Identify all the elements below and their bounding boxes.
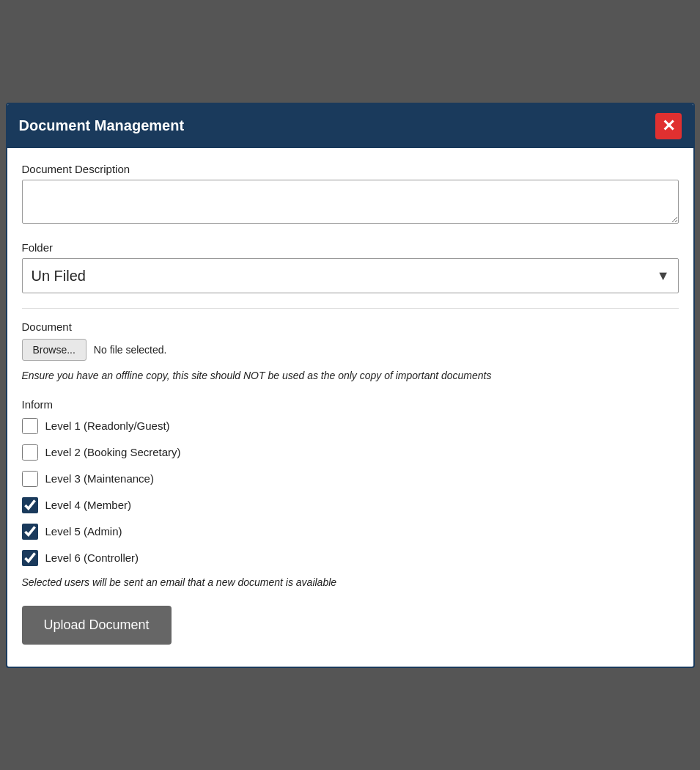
description-field-group: Document Description [22,163,679,227]
checkbox-row-level1: Level 1 (Readonly/Guest) [22,418,679,434]
checkbox-level2[interactable] [22,444,38,461]
checkbox-label-level3: Level 3 (Maintenance) [45,472,154,485]
browse-button[interactable]: Browse... [22,339,86,361]
close-button[interactable]: ✕ [655,113,682,139]
file-input-row: Browse... No file selected. [22,339,679,361]
folder-select[interactable]: Un Filed General Finance Legal HR [22,258,679,293]
upload-document-button[interactable]: Upload Document [22,606,172,645]
no-file-text: No file selected. [94,344,167,356]
checkbox-label-level2: Level 2 (Booking Secretary) [45,446,181,458]
checkbox-level5[interactable] [22,524,38,540]
folder-label: Folder [22,241,679,254]
document-field-group: Document Browse... No file selected. Ens… [22,320,679,384]
description-label: Document Description [22,163,679,175]
checkbox-level3[interactable] [22,471,38,487]
checkbox-label-level4: Level 4 (Member) [45,499,132,511]
dialog-title: Document Management [19,117,185,134]
folder-field-group: Folder Un Filed General Finance Legal HR… [22,241,679,293]
dialog-body: Document Description Folder Un Filed Gen… [7,148,693,667]
checkbox-level4[interactable] [22,497,38,513]
description-input[interactable] [22,180,679,224]
checkbox-level1[interactable] [22,418,38,434]
checkbox-label-level6: Level 6 (Controller) [45,551,139,564]
checkbox-level6[interactable] [22,550,38,566]
inform-section: Inform Level 1 (Readonly/Guest) Level 2 … [22,398,679,588]
checkbox-row-level6: Level 6 (Controller) [22,550,679,566]
checkbox-row-level2: Level 2 (Booking Secretary) [22,444,679,461]
divider [22,308,679,309]
checkbox-row-level4: Level 4 (Member) [22,497,679,513]
document-label: Document [22,320,679,333]
email-notice: Selected users will be sent an email tha… [22,576,679,588]
folder-select-wrapper: Un Filed General Finance Legal HR ▼ [22,258,679,293]
dialog-header: Document Management ✕ [7,104,693,148]
checkbox-row-level3: Level 3 (Maintenance) [22,471,679,487]
warning-text: Ensure you have an offline copy, this si… [22,368,679,384]
document-management-dialog: Document Management ✕ Document Descripti… [6,103,695,668]
checkbox-label-level1: Level 1 (Readonly/Guest) [45,419,170,432]
checkbox-label-level5: Level 5 (Admin) [45,525,122,538]
inform-label: Inform [22,398,679,411]
checkbox-row-level5: Level 5 (Admin) [22,524,679,540]
